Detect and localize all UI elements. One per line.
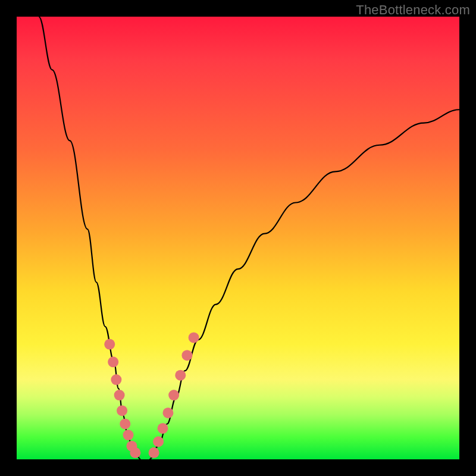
data-dot — [123, 430, 133, 440]
data-dot — [111, 374, 121, 385]
data-dot — [153, 436, 164, 447]
data-dot — [130, 447, 140, 458]
data-dot — [175, 370, 186, 381]
data-dot — [162, 408, 173, 418]
data-dot — [114, 390, 125, 400]
plot-area — [17, 17, 459, 459]
watermark-text: TheBottleneck.com — [356, 2, 470, 18]
data-dot — [189, 332, 199, 343]
data-dot — [181, 350, 192, 361]
data-dot — [104, 339, 115, 350]
data-dot — [168, 390, 179, 400]
dots-left-group — [104, 339, 140, 458]
curve-left-branch — [39, 17, 140, 459]
data-dot — [158, 423, 168, 434]
data-dot — [120, 418, 130, 429]
curve-right-branch — [149, 109, 459, 459]
chart-frame: TheBottleneck.com — [0, 0, 476, 476]
dots-right-group — [149, 332, 199, 458]
data-dot — [108, 356, 118, 367]
curve-svg — [17, 17, 459, 459]
data-dot — [149, 447, 159, 458]
data-dot — [117, 405, 127, 416]
